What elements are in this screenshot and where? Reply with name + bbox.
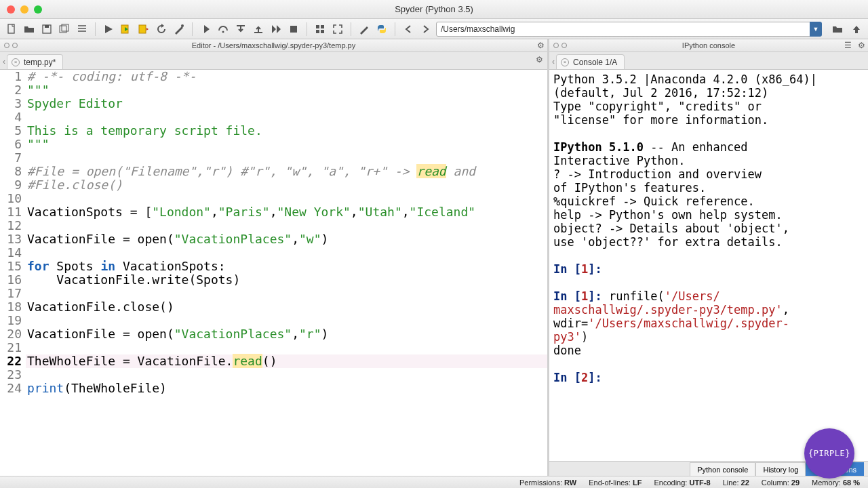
editor-pane-title: Editor - /Users/maxschallwig/.spyder-py3… [0,41,547,49]
open-file-icon[interactable] [22,22,37,37]
tab-python-console[interactable]: Python console [690,462,755,476]
svg-rect-11 [321,25,324,28]
step-into-icon[interactable] [233,22,248,37]
browse-dir-icon[interactable] [830,22,845,37]
maximize-pane-icon[interactable] [330,22,345,37]
step-over-icon[interactable] [216,22,231,37]
tab-history-log[interactable]: History log [755,462,806,476]
svg-point-7 [181,24,184,27]
main-panels: Editor - /Users/maxschallwig/.spyder-py3… [0,39,868,476]
tab-close-icon[interactable]: × [12,58,20,66]
svg-point-8 [222,30,224,33]
python-path-icon[interactable] [374,22,389,37]
console-tab[interactable]: × Console 1/A [556,54,625,69]
editor-tab-options-icon[interactable]: ⚙ [536,55,543,64]
list-icon[interactable] [75,22,90,37]
save-all-icon[interactable] [57,22,72,37]
path-dropdown-icon[interactable]: ▼ [810,22,822,37]
status-eol: End-of-lines: LF [589,479,642,487]
pane-close-icon[interactable] [553,43,559,48]
editor-tab[interactable]: × temp.py* [7,54,63,69]
tab-label: temp.py* [24,58,56,67]
status-column: Column: 29 [762,479,800,487]
back-icon[interactable] [401,22,416,37]
main-toolbar: ▼ [0,19,868,39]
console-pane-title: IPython console [549,41,868,49]
console-pane-header: IPython console ☰ ⚙ [549,39,868,52]
close-window-icon[interactable] [7,5,15,14]
pane-close-icon[interactable] [4,43,9,48]
svg-rect-9 [290,26,297,33]
svg-rect-0 [8,24,14,33]
window-titlebar: Spyder (Python 3.5) [0,0,868,19]
run-icon[interactable] [101,22,116,37]
editor-tabbar: ‹ × temp.py* ⚙ [0,52,547,70]
status-memory: Memory: 68 % [812,479,860,487]
tab-close-icon[interactable]: × [561,58,569,66]
preferences-icon[interactable] [357,22,372,37]
svg-rect-2 [45,25,49,28]
traffic-lights [0,5,42,14]
console-panel: IPython console ☰ ⚙ ‹ × Console 1/A Pyth… [549,39,868,476]
run-cell-icon[interactable] [119,22,134,37]
console-tab-list-icon[interactable]: ☰ [844,41,852,50]
forward-icon[interactable] [418,22,433,37]
debug-play-icon[interactable] [198,22,213,37]
window-title: Spyder (Python 3.5) [0,4,868,14]
console-options-icon[interactable]: ⚙ [858,41,865,50]
working-directory-input[interactable] [436,22,819,37]
pane-float-icon[interactable] [561,43,567,48]
minimize-window-icon[interactable] [20,5,28,14]
new-file-icon[interactable] [4,22,19,37]
save-icon[interactable] [39,22,54,37]
stop-debug-icon[interactable] [286,22,301,37]
status-permissions: Permissions: RW [519,479,576,487]
pane-float-icon[interactable] [12,43,18,48]
grid-icon[interactable] [313,22,328,37]
editor-pane-header: Editor - /Users/maxschallwig/.spyder-py3… [0,39,547,52]
tab-label: Console 1/A [573,58,617,67]
svg-rect-12 [316,30,319,33]
run-cell-advance-icon[interactable] [136,22,151,37]
svg-rect-10 [316,25,319,28]
code-editor[interactable]: 123456789101112131415161718192021222324 … [0,70,547,476]
status-encoding: Encoding: UTF-8 [654,479,710,487]
svg-rect-13 [321,30,324,33]
editor-panel: Editor - /Users/maxschallwig/.spyder-py3… [0,39,549,476]
zoom-window-icon[interactable] [34,5,42,14]
pirple-badge: {PIRPLE} [804,428,854,479]
status-bar: Permissions: RW End-of-lines: LF Encodin… [0,476,868,488]
status-line: Line: 22 [723,479,749,487]
editor-options-icon[interactable]: ⚙ [537,41,545,50]
svg-rect-6 [139,25,146,33]
console-tabbar: ‹ × Console 1/A [549,52,868,70]
continue-icon[interactable] [269,22,283,37]
ipython-console[interactable]: Python 3.5.2 |Anaconda 4.2.0 (x86_64)|(d… [549,70,868,461]
run-config-icon[interactable] [172,22,186,37]
rerun-icon[interactable] [154,22,169,37]
parent-dir-icon[interactable] [849,22,864,37]
step-out-icon[interactable] [251,22,266,37]
